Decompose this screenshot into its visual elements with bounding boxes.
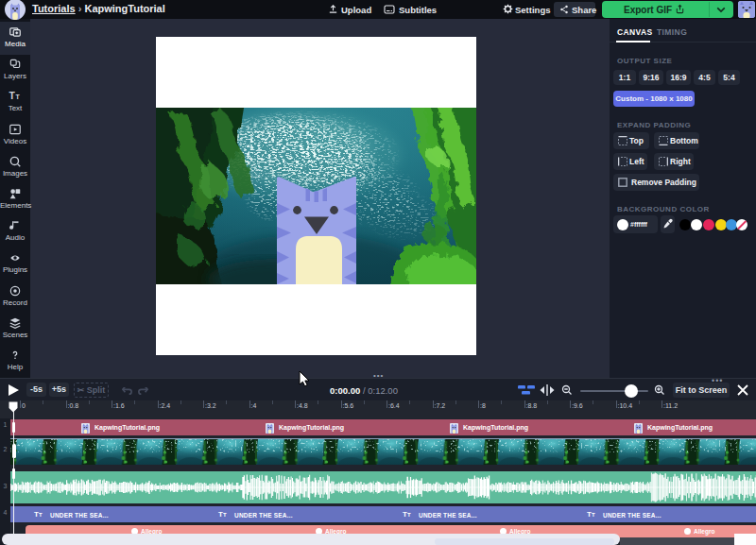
svg-text:T: T [16,94,21,100]
svg-text:T: T [9,91,16,101]
